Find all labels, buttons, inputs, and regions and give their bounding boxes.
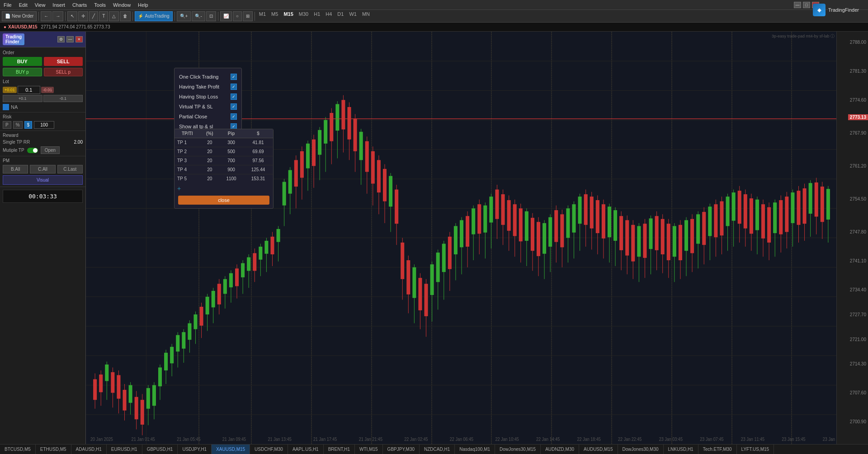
tf-mn[interactable]: MN bbox=[360, 11, 372, 21]
ticker-aapl[interactable]: AAPL.US,H1 bbox=[288, 445, 324, 454]
ticker-xauusd[interactable]: XAUUSD,M15 bbox=[212, 445, 250, 454]
buy-pending-button[interactable]: BUY p bbox=[3, 68, 42, 76]
ticker-wti[interactable]: WTI,M15 bbox=[355, 445, 383, 454]
ticker-nzdcad[interactable]: NZDCAD,H1 bbox=[420, 445, 455, 454]
tf-m30[interactable]: M30 bbox=[297, 11, 311, 21]
checkbox-take-profit[interactable]: ✓ bbox=[231, 84, 237, 90]
maximize-button[interactable]: □ bbox=[803, 2, 810, 8]
dropdown-item-stop-loss[interactable]: Having Stop Loss ✓ bbox=[178, 92, 238, 102]
svg-rect-36 bbox=[158, 367, 162, 386]
toolbar-crosshair[interactable]: ✛ bbox=[78, 11, 88, 21]
risk-pct-button[interactable]: % bbox=[13, 121, 23, 129]
toolbar-cursor[interactable]: ↖ bbox=[67, 11, 77, 21]
panel-settings-button[interactable]: ⚙ bbox=[57, 36, 65, 42]
menu-window[interactable]: Window bbox=[113, 2, 131, 8]
toolbar-new-order[interactable]: 📄 New Order bbox=[2, 11, 37, 21]
ticker-usdchf[interactable]: USDCHF,M30 bbox=[250, 445, 288, 454]
dropdown-item-virtual-tp-sl[interactable]: Virtual TP & SL ✓ bbox=[178, 102, 238, 112]
ticker-brent[interactable]: BRENT,H1 bbox=[324, 445, 355, 454]
ticker-tech-etf[interactable]: Tech.ETF,M30 bbox=[698, 445, 737, 454]
tf-m5[interactable]: M5 bbox=[269, 11, 280, 21]
c-all-button[interactable]: C.All bbox=[30, 165, 55, 173]
toolbar-arrows[interactable]: ← bbox=[41, 11, 52, 21]
toolbar-delete[interactable]: 🗑 bbox=[120, 11, 131, 21]
menu-charts[interactable]: Charts bbox=[72, 2, 87, 8]
svg-rect-26 bbox=[129, 385, 132, 403]
ticker-dowjones2[interactable]: DowJones30,M30 bbox=[618, 445, 664, 454]
toolbar-templates[interactable]: ⊞ bbox=[243, 11, 253, 21]
toolbar-zoom-out[interactable]: 🔍- bbox=[192, 11, 205, 21]
checkbox-partial-close[interactable]: ✓ bbox=[231, 113, 237, 120]
c-last-button[interactable]: C.Last bbox=[57, 165, 83, 173]
toolbar-shapes[interactable]: △ bbox=[109, 11, 119, 21]
tp-table-header-label: TP/TI bbox=[175, 129, 200, 138]
menu-file[interactable]: File bbox=[4, 2, 12, 8]
panel-close-button[interactable]: ✕ bbox=[75, 36, 83, 42]
tf-w1[interactable]: W1 bbox=[347, 11, 359, 21]
buy-button[interactable]: BUY bbox=[3, 57, 42, 66]
panel-minimize-button[interactable]: — bbox=[66, 36, 74, 42]
menu-insert[interactable]: Insert bbox=[52, 2, 65, 8]
ticker-ethusd[interactable]: ETHUSD,M5 bbox=[36, 445, 71, 454]
ticker-lnkusd[interactable]: LNKUSD,H1 bbox=[664, 445, 698, 454]
lot-minus-001-button[interactable]: -0.01 bbox=[41, 87, 54, 93]
ticker-gbpjpy[interactable]: GBPJPY,M30 bbox=[383, 445, 420, 454]
dropdown-item-one-click[interactable]: One Click Trading ✓ bbox=[178, 72, 238, 82]
b-all-button[interactable]: B.All bbox=[3, 165, 28, 173]
dropdown-item-take-profit[interactable]: Having Take Profit ✓ bbox=[178, 82, 238, 92]
menu-edit[interactable]: Edit bbox=[19, 2, 28, 8]
toolbar-zoom-in[interactable]: 🔍+ bbox=[177, 11, 191, 21]
table-row: TP 4 20 900 125.44 bbox=[175, 165, 273, 174]
ticker-nasdaq[interactable]: Nasdaq100,M1 bbox=[455, 445, 495, 454]
risk-dollar-button[interactable]: $ bbox=[24, 121, 33, 129]
risk-p-button[interactable]: P bbox=[3, 121, 11, 129]
visual-button[interactable]: Visual bbox=[3, 175, 83, 185]
tf-d1[interactable]: D1 bbox=[335, 11, 346, 21]
color-box[interactable] bbox=[3, 104, 9, 110]
checkbox-one-click[interactable]: ✓ bbox=[231, 74, 237, 80]
toolbar-arrows2[interactable]: → bbox=[52, 11, 63, 21]
lot-plus-01-button[interactable]: +0.1 bbox=[3, 95, 42, 102]
tf-h4[interactable]: H4 bbox=[323, 11, 334, 21]
lot-input[interactable] bbox=[18, 86, 40, 94]
tp-add-row[interactable]: + bbox=[175, 183, 273, 194]
menu-help[interactable]: Help bbox=[138, 2, 148, 8]
tf-h1[interactable]: H1 bbox=[311, 11, 322, 21]
checkbox-stop-loss[interactable]: ✓ bbox=[231, 94, 237, 100]
auto-trading-button[interactable]: ⚡ AutoTrading bbox=[135, 11, 172, 21]
multiple-tp-toggle[interactable] bbox=[27, 148, 38, 153]
tp-close-button[interactable]: close bbox=[178, 196, 269, 205]
tf-m15[interactable]: M15 bbox=[281, 11, 295, 21]
toolbar-line[interactable]: ╱ bbox=[89, 11, 98, 21]
ticker-adausd[interactable]: ADAUSD,H1 bbox=[71, 445, 107, 454]
checkbox-virtual-tp-sl[interactable]: ✓ bbox=[231, 103, 237, 110]
lot-plus-001-button[interactable]: +0.01 bbox=[3, 87, 17, 93]
svg-rect-228 bbox=[726, 197, 730, 226]
ticker-lyft[interactable]: LYFT.US,M15 bbox=[737, 445, 774, 454]
toolbar-indicators[interactable]: 📈 bbox=[220, 11, 232, 21]
ticker-usdjpy[interactable]: USDJPY,H1 bbox=[178, 445, 212, 454]
menu-view[interactable]: View bbox=[35, 2, 46, 8]
lot-minus-01-button[interactable]: -0.1 bbox=[43, 95, 83, 102]
open-button[interactable]: Open bbox=[41, 146, 60, 154]
risk-value-input[interactable] bbox=[34, 121, 54, 129]
ticker-audnzd[interactable]: AUDNZD,M30 bbox=[541, 445, 579, 454]
menu-tools[interactable]: Tools bbox=[94, 2, 106, 8]
toolbar-objects[interactable]: ○ bbox=[233, 11, 242, 21]
toolbar-fit[interactable]: ⊡ bbox=[206, 11, 216, 21]
ticker-dowjones[interactable]: DowJones30,M15 bbox=[495, 445, 541, 454]
sell-pending-button[interactable]: SELL p bbox=[44, 68, 83, 76]
tp-table-header-pip: Pip bbox=[219, 129, 243, 138]
tf-m1[interactable]: M1 bbox=[257, 11, 268, 21]
chart-area[interactable]: 3p-easy trade-pad mt4-by sf-lab ⓘ bbox=[86, 32, 836, 444]
ticker-gbpusd[interactable]: GBPUSD,H1 bbox=[142, 445, 178, 454]
sell-button[interactable]: SELL bbox=[44, 57, 83, 66]
toolbar-text[interactable]: T bbox=[99, 11, 108, 21]
dropdown-item-partial-close[interactable]: Partial Close ✓ bbox=[178, 112, 238, 122]
minimize-button[interactable]: — bbox=[794, 2, 801, 8]
ticker-btcusd[interactable]: BTCUSD,M5 bbox=[0, 445, 36, 454]
svg-rect-74 bbox=[270, 237, 274, 254]
ticker-audusd[interactable]: AUDUSD,M15 bbox=[579, 445, 618, 454]
ticker-eurusd[interactable]: EURUSD,H1 bbox=[107, 445, 142, 454]
svg-rect-120 bbox=[406, 260, 410, 295]
